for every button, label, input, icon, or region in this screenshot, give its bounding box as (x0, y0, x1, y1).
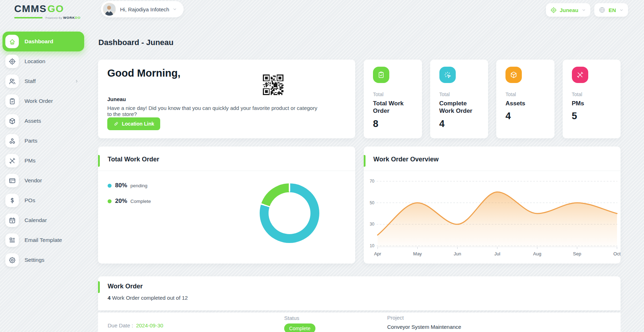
svg-text:10: 10 (370, 243, 375, 248)
legend-label: pending (130, 183, 147, 188)
stat-label: Total (439, 92, 488, 97)
sidebar-item-label: Dashboard (25, 38, 53, 45)
sidebar-item-label: Assets (25, 118, 41, 124)
accent-bar (98, 281, 100, 293)
chevron-down-icon (619, 8, 624, 12)
project-label: Project (387, 315, 461, 321)
svg-text:70: 70 (370, 179, 375, 184)
legend-dot-pending (108, 184, 112, 188)
clipboard-check-icon (373, 67, 389, 83)
accent-bar (364, 155, 366, 167)
cube-icon (5, 114, 19, 128)
language-selector[interactable]: EN (594, 3, 628, 17)
location-selector-value: Juneau (560, 7, 579, 13)
work-order-header-card: Work Order 4 Work Order completed out of… (98, 276, 621, 310)
charts-row: Total Work Order 80% pending 20% Complet… (98, 146, 621, 264)
sidebar-nav: Dashboard Location Staff Work Order (0, 32, 84, 270)
sidebar-item-label: PMs (25, 157, 36, 164)
qr-code (263, 74, 283, 95)
stat-card-pms: Total PMs 5 (563, 60, 621, 138)
location-selector[interactable]: Juneau (546, 3, 591, 17)
work-order-section: Work Order 4 Work Order completed out of… (98, 276, 621, 332)
stat-title: Complete Work Order (439, 100, 482, 115)
svg-text:Sep: Sep (573, 251, 581, 256)
cube-icon (505, 67, 522, 83)
chevron-right-icon (74, 79, 79, 84)
status-badge: Complete (284, 323, 315, 332)
page-title: Dashboard - Juneau (98, 38, 173, 47)
sidebar-item-calendar[interactable]: Calendar (2, 210, 84, 230)
stat-value: 4 (505, 111, 554, 122)
location-target-icon (5, 55, 19, 68)
sidebar-item-label: Parts (25, 138, 37, 144)
stat-title: PMs (572, 100, 615, 107)
stat-card-complete-work-order: Total Complete Work Order 4 (430, 60, 488, 138)
brand-underline (14, 17, 43, 18)
svg-text:Oct: Oct (613, 251, 621, 256)
sidebar-item-location[interactable]: Location (2, 51, 84, 71)
project-field: Project Conveyor System Maintenance (387, 315, 461, 330)
greeting-message: Have a nice day! Did you know that you c… (107, 105, 320, 117)
sidebar-item-label: Email Template (25, 237, 62, 243)
sidebar-item-label: Work Order (25, 98, 53, 104)
stat-value: 8 (373, 118, 422, 129)
card-header: Total Work Order (98, 146, 355, 171)
brand-logo-text: CMMSGO (14, 4, 81, 14)
status-field: Status Complete (284, 315, 315, 332)
total-work-order-chart-card: Total Work Order 80% pending 20% Complet… (98, 146, 355, 264)
sidebar-item-vendor[interactable]: Vendor (2, 171, 84, 190)
sidebar-item-label: Settings (25, 257, 44, 263)
sidebar-item-parts[interactable]: Parts (2, 131, 84, 151)
clipboard-check-icon (5, 94, 19, 108)
card-header: Work Order Overview (364, 146, 621, 171)
sidebar-item-pms[interactable]: PMs (2, 151, 84, 171)
card-title: Work Order Overview (373, 156, 439, 163)
sidebar-item-work-order[interactable]: Work Order (2, 91, 84, 111)
svg-text:Jul: Jul (494, 251, 500, 256)
svg-text:30: 30 (370, 222, 375, 227)
location-target-icon (550, 7, 557, 13)
donut-legend: 80% pending 20% Complete (108, 182, 151, 213)
due-date-label: Due Date : (108, 322, 133, 328)
link-icon (113, 121, 119, 127)
gear-icon (5, 253, 19, 267)
stat-title: Assets (505, 100, 548, 107)
work-order-row[interactable]: Due Date : 2024-09-30 Status Complete Pr… (98, 312, 621, 332)
card-title: Total Work Order (108, 156, 159, 163)
stat-title: Total Work Order (373, 100, 416, 115)
stat-card-total-work-order: Total Total Work Order 8 (364, 60, 422, 138)
sidebar-item-settings[interactable]: Settings (2, 250, 84, 270)
svg-text:May: May (413, 251, 422, 256)
language-selector-value: EN (608, 7, 616, 13)
sidebar-item-label: Vendor (25, 177, 42, 184)
sidebar-item-email-template[interactable]: Email Template (2, 230, 84, 250)
svg-text:Apr: Apr (374, 251, 381, 256)
location-link-button[interactable]: Location Link (107, 117, 160, 130)
chevron-down-icon (581, 8, 586, 12)
user-greeting: Hi, Rajodiya Infotech (120, 6, 169, 12)
sidebar-item-label: Staff (25, 78, 36, 84)
legend-label: Complete (130, 199, 151, 204)
legend-dot-complete (108, 199, 112, 203)
status-label: Status (284, 315, 315, 321)
cursor-click-icon (439, 67, 456, 83)
summary-row: Good Morning, Juneau Have a nice day! Di… (98, 60, 621, 138)
sidebar-item-pos[interactable]: POs (2, 190, 84, 210)
sidebar-item-staff[interactable]: Staff (2, 71, 84, 91)
user-avatar (103, 3, 116, 16)
svg-text:50: 50 (370, 200, 375, 205)
cmmsgo-dashboard: CMMSGO Powered By WORKDO Hi, Rajodiya In… (0, 0, 644, 332)
greeting-location-name: Juneau (107, 96, 126, 102)
stat-card-assets: Total Assets 4 (496, 60, 554, 138)
sidebar-item-dashboard[interactable]: Dashboard (2, 32, 84, 51)
main-content: Dashboard - Juneau Good Morning, Juneau … (98, 28, 621, 332)
stat-value: 4 (439, 118, 488, 129)
sidebar-item-label: Location (25, 58, 45, 65)
user-menu-button[interactable]: Hi, Rajodiya Infotech (101, 1, 184, 17)
legend-item-pending: 80% pending (108, 182, 151, 189)
stat-label: Total (373, 92, 422, 97)
credit-card-icon (5, 174, 19, 187)
header-actions: Juneau EN (546, 3, 628, 17)
template-icon (5, 233, 19, 247)
sidebar-item-assets[interactable]: Assets (2, 111, 84, 131)
